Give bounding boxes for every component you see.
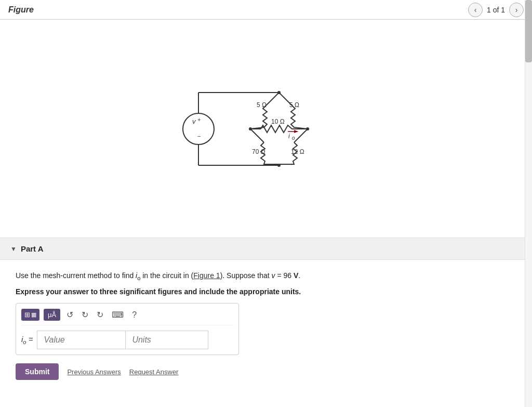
svg-text:5 Ω: 5 Ω — [289, 101, 299, 109]
svg-point-26 — [249, 127, 252, 130]
content-area: Use the mesh-current method to find io i… — [0, 260, 532, 390]
mu-button[interactable]: μÅ — [44, 309, 60, 321]
bottom-actions: Submit Previous Answers Request Answer — [16, 363, 516, 380]
undo-button[interactable]: ↺ — [64, 309, 75, 321]
next-button[interactable]: › — [509, 3, 524, 17]
part-a-title: Part A — [21, 244, 44, 253]
scrollbar-thumb[interactable] — [525, 0, 532, 62]
prev-button[interactable]: ‹ — [468, 3, 483, 17]
request-answer-button[interactable]: Request Answer — [129, 368, 179, 376]
keyboard-button[interactable]: ⌨ — [110, 309, 126, 321]
refresh-button[interactable]: ↻ — [95, 309, 105, 321]
previous-answers-button[interactable]: Previous Answers — [67, 368, 121, 376]
answer-toolbar: ⊞ ▦ μÅ ↺ ↻ ↻ ⌨ ? — [21, 309, 233, 325]
svg-line-8 — [266, 93, 279, 106]
svg-point-24 — [277, 91, 281, 94]
svg-text:o: o — [292, 135, 295, 141]
svg-text:70 Ω: 70 Ω — [252, 148, 265, 155]
svg-text:+: + — [197, 116, 201, 123]
part-a-section: ▼ Part A — [0, 238, 532, 260]
page-indicator: 1 of 1 — [487, 6, 505, 14]
svg-point-25 — [277, 164, 281, 167]
matrix-icon2: ▦ — [31, 311, 36, 318]
circuit-diagram: v + − 5 Ω 5 Ω 10 Ω i — [157, 72, 375, 186]
problem-statement: Use the mesh-current method to find io i… — [16, 270, 516, 282]
figure-link[interactable]: Figure 1 — [193, 271, 220, 280]
instruction-text: Express your answer to three significant… — [16, 287, 516, 296]
svg-line-19 — [250, 129, 264, 142]
collapse-arrow[interactable]: ▼ — [10, 245, 17, 253]
svg-text:5 Ω: 5 Ω — [257, 101, 267, 109]
svg-text:i: i — [288, 133, 290, 140]
navigation: ‹ 1 of 1 › — [468, 3, 524, 17]
units-input[interactable] — [125, 331, 208, 349]
svg-text:12 Ω: 12 Ω — [291, 148, 304, 155]
redo-button[interactable]: ↻ — [79, 309, 90, 321]
header: Figure ‹ 1 of 1 › — [0, 0, 532, 20]
svg-point-27 — [306, 127, 309, 130]
submit-button[interactable]: Submit — [16, 363, 59, 380]
help-button[interactable]: ? — [130, 309, 139, 321]
answer-box: ⊞ ▦ μÅ ↺ ↻ ↻ ⌨ ? io = — [16, 303, 239, 355]
value-input[interactable] — [37, 331, 125, 349]
figure-area: v + − 5 Ω 5 Ω 10 Ω i — [0, 20, 532, 238]
svg-line-22 — [294, 129, 308, 142]
scrollbar[interactable] — [525, 0, 532, 407]
matrix-button[interactable]: ⊞ ▦ — [21, 309, 39, 321]
figure-title: Figure — [8, 5, 34, 15]
io-label: io = — [21, 335, 33, 345]
svg-text:v: v — [192, 117, 196, 125]
matrix-icon: ⊞ — [24, 311, 30, 319]
svg-text:−: − — [197, 133, 201, 139]
svg-text:10 Ω: 10 Ω — [271, 118, 285, 125]
answer-input-row: io = — [21, 331, 233, 349]
